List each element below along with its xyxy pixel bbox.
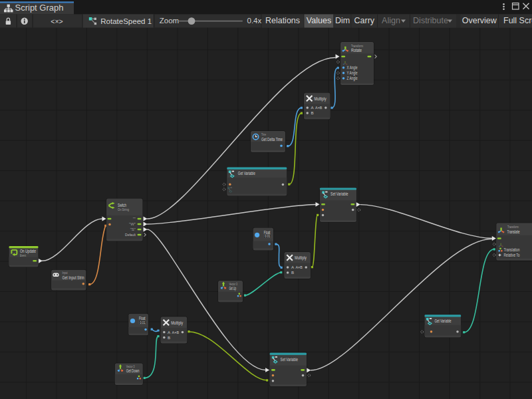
svg-text:A×B: A×B bbox=[172, 330, 180, 334]
svg-text:Translation: Translation bbox=[504, 247, 520, 252]
svg-text:Time: Time bbox=[261, 132, 266, 136]
svg-text:Get Down: Get Down bbox=[126, 368, 140, 373]
svg-text:Script Graph: Script Graph bbox=[15, 3, 64, 13]
svg-text:Get Variable: Get Variable bbox=[435, 319, 452, 323]
svg-text:Z Angle: Z Angle bbox=[347, 76, 358, 81]
svg-text:B: B bbox=[311, 110, 314, 115]
svg-text:0.01: 0.01 bbox=[140, 321, 146, 325]
svg-text:Zoom: Zoom bbox=[160, 17, 179, 25]
svg-text:Multiply: Multiply bbox=[171, 321, 183, 326]
svg-text:Overview: Overview bbox=[462, 16, 497, 25]
svg-text:"": "" bbox=[133, 217, 136, 221]
svg-text:0.4x: 0.4x bbox=[247, 17, 262, 25]
svg-text:"S": "S" bbox=[130, 227, 136, 231]
svg-text:0.01: 0.01 bbox=[265, 234, 271, 238]
svg-text:Values: Values bbox=[307, 16, 331, 25]
svg-text:A×B: A×B bbox=[315, 105, 323, 110]
svg-text:Get Input Strin: Get Input Strin bbox=[63, 275, 84, 281]
svg-text:<×>: <×> bbox=[51, 17, 63, 25]
svg-text:Input: Input bbox=[63, 271, 68, 275]
svg-text:RotateSpeed 1: RotateSpeed 1 bbox=[100, 17, 152, 25]
svg-text:Dim: Dim bbox=[335, 16, 350, 25]
svg-text:Set Variable: Set Variable bbox=[281, 356, 299, 362]
svg-text:Get Delta Time: Get Delta Time bbox=[261, 137, 283, 142]
svg-text:Default: Default bbox=[125, 232, 136, 237]
svg-text:Relations: Relations bbox=[265, 16, 300, 25]
svg-text:Translate: Translate bbox=[507, 229, 520, 235]
svg-text:Multiply: Multiply bbox=[315, 96, 327, 102]
svg-text:On String: On String bbox=[118, 207, 129, 211]
svg-text:X Angle: X Angle bbox=[347, 65, 358, 70]
svg-text:A×B: A×B bbox=[295, 265, 303, 269]
svg-text:Y Angle: Y Angle bbox=[347, 70, 358, 76]
svg-text:Align: Align bbox=[382, 16, 400, 25]
svg-text:Distribute: Distribute bbox=[413, 16, 448, 25]
svg-text:Relative To: Relative To bbox=[504, 253, 520, 257]
svg-text:B: B bbox=[291, 270, 294, 275]
svg-text:Full Screen: Full Screen bbox=[503, 16, 532, 25]
svg-text:B: B bbox=[168, 335, 170, 340]
svg-text:Get Variable: Get Variable bbox=[238, 170, 255, 176]
svg-text:Set Variable: Set Variable bbox=[331, 191, 348, 197]
svg-text:Event: Event bbox=[20, 253, 26, 257]
svg-text:Multiply: Multiply bbox=[295, 255, 307, 261]
svg-text:Carry: Carry bbox=[354, 16, 375, 25]
svg-text:Get Up: Get Up bbox=[229, 286, 236, 291]
svg-text:Rotate: Rotate bbox=[351, 47, 362, 53]
svg-text:"W": "W" bbox=[129, 222, 136, 226]
